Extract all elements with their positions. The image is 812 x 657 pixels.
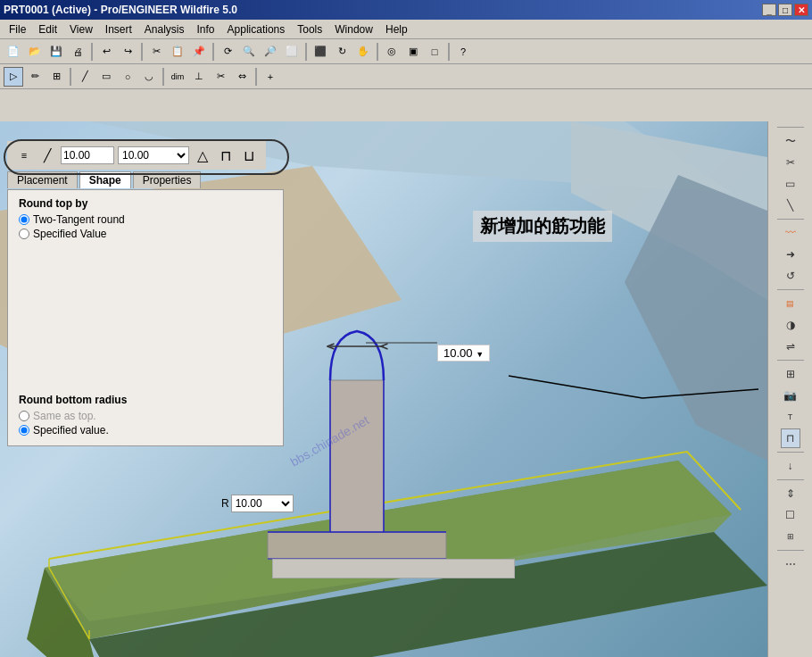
pan-button[interactable]: ✋ [353, 42, 373, 62]
open-button[interactable]: 📂 [25, 42, 45, 62]
rotate-icon[interactable]: ↺ [781, 266, 800, 286]
menu-help[interactable]: Help [380, 21, 413, 37]
shape-btn1[interactable]: ⊓ [216, 146, 236, 165]
minimize-button[interactable]: _ [762, 4, 776, 16]
round-top-label: Round top by [19, 197, 272, 210]
refresh-button[interactable]: ⟳ [218, 42, 237, 62]
menu-edit[interactable]: Edit [33, 21, 62, 37]
right-sep4 [777, 360, 804, 361]
fit-button[interactable]: ⬜ [282, 42, 302, 62]
box-icon[interactable]: ☐ [781, 505, 800, 525]
option1-row: Two-Tangent round [19, 213, 272, 226]
menu-window[interactable]: Window [329, 21, 378, 37]
dim2-icon[interactable]: ▤ [781, 294, 800, 313]
diagonal-icon[interactable]: ╲ [781, 195, 800, 215]
same-as-top-row: Same as top. [19, 410, 272, 422]
sketch-tool-button[interactable]: ✏ [25, 67, 45, 87]
shape-btn2[interactable]: ⊔ [239, 146, 259, 165]
constraint2-button[interactable]: ⊥ [189, 67, 209, 87]
rectangle-icon[interactable]: ▭ [781, 174, 800, 194]
annotation-text: 新增加的筋功能 [473, 211, 612, 242]
specified-value2-radio[interactable] [19, 425, 29, 436]
scale-icon[interactable]: ⇕ [781, 484, 800, 503]
print-button[interactable]: 🖨 [68, 42, 87, 62]
grid-icon[interactable]: ⊞ [781, 527, 800, 546]
same-as-top-radio[interactable] [19, 411, 29, 421]
mirror2-icon[interactable]: ⇌ [781, 337, 800, 356]
align-icon[interactable]: ≡ [14, 146, 34, 165]
specified-value-radio[interactable] [19, 229, 29, 239]
paste-button[interactable]: 📌 [189, 42, 209, 62]
right-sep5 [777, 452, 804, 453]
separator8 [162, 68, 164, 86]
gray-bar [272, 559, 515, 578]
zoom-in-button[interactable]: 🔍 [239, 42, 259, 62]
arc2-icon[interactable]: ◑ [781, 315, 800, 335]
menu-file[interactable]: File [4, 21, 31, 37]
line-button[interactable]: ╱ [75, 67, 95, 87]
new-button[interactable]: 📄 [4, 42, 23, 62]
constraint-button[interactable]: ⊞ [46, 67, 66, 87]
pattern-icon[interactable]: ⊞ [781, 364, 800, 384]
sketch-line-icon[interactable]: ╱ [37, 146, 57, 165]
close-button[interactable]: ✕ [794, 4, 808, 16]
specified-value-row: Specified value. [19, 424, 272, 437]
save-button[interactable]: 💾 [46, 42, 66, 62]
cut-button[interactable]: ✂ [146, 42, 166, 62]
dimension-button[interactable]: dim [168, 67, 187, 87]
add-button[interactable]: △ [193, 146, 212, 165]
menu-insert[interactable]: Insert [100, 21, 137, 37]
rib-icon[interactable]: ⊓ [781, 428, 800, 448]
camera-icon[interactable]: 📷 [781, 386, 800, 405]
menu-analysis[interactable]: Analysis [139, 21, 190, 37]
menu-view[interactable]: View [64, 21, 98, 37]
r-dropdown[interactable]: 10.00 [231, 495, 294, 512]
arc-button[interactable]: ◡ [139, 67, 159, 87]
trim-button[interactable]: ✂ [211, 67, 230, 87]
dim-dropdown[interactable]: 10.00 [118, 146, 189, 164]
menu-tools[interactable]: Tools [292, 21, 327, 37]
wave-icon[interactable]: 〰 [781, 223, 800, 243]
dimension-input[interactable]: 10.00 [61, 146, 114, 164]
round-bottom-label: Round bottom radius [19, 394, 272, 406]
sketch-spacer [19, 242, 272, 394]
trim-icon[interactable]: ✂ [781, 153, 800, 172]
menu-info[interactable]: Info [192, 21, 220, 37]
separator [91, 43, 93, 61]
two-tangent-radio[interactable] [19, 214, 29, 225]
mirror-button2[interactable]: ⇔ [232, 67, 252, 87]
menu-applications[interactable]: Applications [222, 21, 291, 37]
extra1-icon[interactable]: ⋯ [781, 554, 800, 574]
redo-button[interactable]: ↪ [118, 42, 137, 62]
down-arrow-icon[interactable]: ↓ [781, 456, 800, 476]
rotate-button[interactable]: ↻ [332, 42, 352, 62]
specified-value-label: Specified Value [33, 228, 107, 240]
right-sep1 [777, 127, 804, 128]
feature-toolbar: ≡ ╱ 10.00 10.00 △ ⊓ ⊔ [7, 141, 266, 170]
text-icon[interactable]: T [781, 407, 800, 427]
tab-placement[interactable]: Placement [7, 171, 78, 188]
dim-dropdown-arrow[interactable]: ▼ [476, 350, 484, 359]
right-sep2 [777, 219, 804, 220]
circle-button[interactable]: ○ [118, 67, 137, 87]
option2-row: Specified Value [19, 228, 272, 240]
tab-shape[interactable]: Shape [79, 171, 131, 188]
svg-line-17 [509, 376, 642, 398]
rectangle-button[interactable]: ▭ [96, 67, 116, 87]
arrow-icon[interactable]: ➜ [781, 245, 800, 264]
copy-button[interactable]: 📋 [168, 42, 187, 62]
right-icons-toolbar: 〜 ✂ ▭ ╲ 〰 ➜ ↺ ▤ ◑ ⇌ ⊞ 📷 T ⊓ ↓ ⇕ ☐ ⊞ ⋯ [767, 121, 812, 657]
view3d-button[interactable]: ⬛ [311, 42, 330, 62]
curve-icon[interactable]: 〜 [781, 131, 800, 151]
display1-button[interactable]: ◎ [382, 42, 402, 62]
dimension-value-box[interactable]: 10.00 ▼ [437, 345, 490, 362]
undo-button[interactable]: ↩ [96, 42, 116, 62]
maximize-button[interactable]: □ [778, 4, 792, 16]
zoom-out-button[interactable]: 🔎 [261, 42, 280, 62]
help-button[interactable]: ? [453, 42, 473, 62]
coord-button[interactable]: + [261, 67, 280, 87]
display2-button[interactable]: ▣ [403, 42, 423, 62]
tab-properties[interactable]: Properties [133, 171, 202, 188]
display3-button[interactable]: □ [425, 42, 444, 62]
select-button[interactable]: ▷ [4, 67, 23, 87]
